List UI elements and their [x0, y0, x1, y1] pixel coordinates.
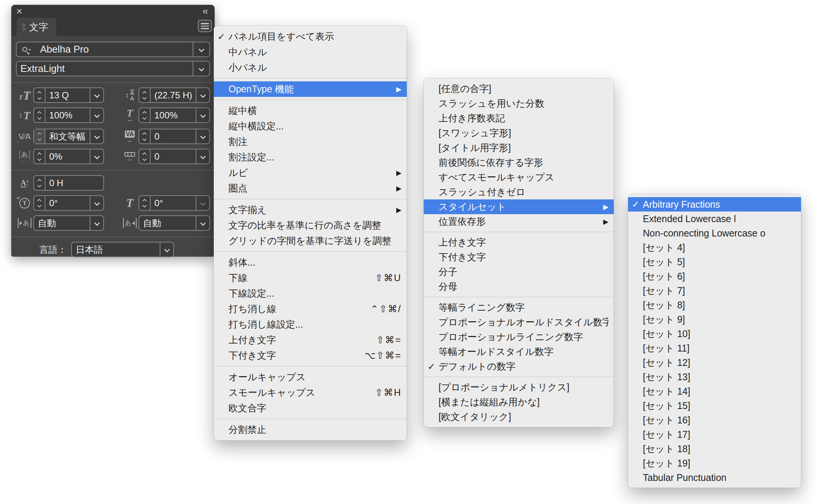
menu-item[interactable]: 中パネル	[214, 44, 407, 60]
chevron-down-icon[interactable]	[160, 243, 173, 257]
chevron-down-icon[interactable]	[90, 149, 103, 163]
font-size-stepper[interactable]	[34, 88, 45, 102]
vertical-scale-stepper[interactable]	[34, 108, 45, 122]
menu-item[interactable]: 文字揃え▶	[214, 202, 407, 218]
menu-item[interactable]: 割注設定...	[214, 149, 407, 165]
font-size-field[interactable]: 13 Q	[33, 87, 104, 103]
skew-stepper[interactable]	[139, 196, 151, 210]
menu-item[interactable]: 下付き文字⌥⇧⌘=	[214, 348, 407, 363]
menu-item[interactable]: 位置依存形▶	[424, 214, 614, 229]
menu-item[interactable]: 打ち消し線設定...	[214, 317, 407, 332]
horizontal-scale-field[interactable]: 100%	[138, 107, 210, 123]
menu-item[interactable]: 等幅オールドスタイル数字	[424, 344, 614, 359]
menu-item[interactable]: 欧文合字	[214, 400, 407, 416]
vertical-scale-field[interactable]: 100%	[33, 107, 104, 123]
language-field[interactable]: 日本語	[71, 242, 174, 257]
menu-item[interactable]: [セット 17]	[628, 427, 801, 442]
menu-item[interactable]: [セット 5]	[628, 255, 801, 269]
collapse-panel-icon[interactable]: «	[203, 5, 207, 17]
grid-tracking-field[interactable]: 0	[138, 149, 210, 164]
rotation-stepper[interactable]	[34, 196, 45, 210]
menu-item[interactable]: 圏点▶	[214, 180, 407, 196]
chevron-down-icon[interactable]	[196, 216, 209, 230]
menu-item[interactable]: [横または縦組み用かな]	[424, 395, 614, 409]
menu-item[interactable]: [セット 18]	[628, 442, 801, 456]
menu-item[interactable]: すべてスモールキャップス	[424, 170, 614, 185]
menu-item[interactable]: [セット 6]	[628, 269, 801, 283]
font-style-field[interactable]: ExtraLight	[16, 61, 210, 76]
menu-item[interactable]: 打ち消し線⌃⇧⌘/	[214, 301, 407, 317]
menu-item[interactable]: Extended Lowercase l	[628, 212, 801, 226]
menu-item[interactable]: [セット 15]	[628, 398, 801, 413]
menu-item[interactable]: スラッシュを用いた分数	[424, 96, 614, 111]
menu-item[interactable]: ✓Arbitrary Fractions	[628, 197, 801, 212]
menu-item[interactable]: 小パネル	[214, 60, 407, 75]
chevron-down-icon[interactable]	[196, 196, 209, 210]
chevron-down-icon[interactable]	[196, 129, 209, 143]
menu-item[interactable]: プロポーショナルオールドスタイル数字	[424, 315, 614, 330]
skew-field[interactable]: 0°	[138, 195, 210, 211]
menu-item[interactable]: 分子	[424, 264, 614, 279]
menu-item[interactable]: スラッシュ付きゼロ	[424, 185, 614, 199]
menu-item[interactable]: 上付き序数表記	[424, 111, 614, 126]
menu-item[interactable]: スモールキャップス⇧⌘H	[214, 385, 407, 400]
menu-item[interactable]: [プロポーショナルメトリクス]	[424, 380, 614, 395]
menu-item[interactable]: [セット 7]	[628, 283, 801, 298]
leading-field[interactable]: (22.75 H)	[138, 87, 210, 103]
chevron-down-icon[interactable]	[90, 216, 103, 230]
menu-item[interactable]: グリッドの字間を基準に字送りを調整	[214, 233, 407, 249]
menu-item[interactable]: 下付き文字	[424, 250, 614, 264]
aki-before-field[interactable]: 自動	[33, 215, 104, 231]
menu-item[interactable]: 下線⇧⌘U	[214, 270, 407, 286]
tsume-field[interactable]: 0%	[33, 149, 104, 164]
rotation-field[interactable]: 0°	[33, 195, 104, 211]
baseline-shift-stepper[interactable]	[34, 176, 45, 190]
chevron-down-icon[interactable]	[90, 88, 103, 102]
menu-item[interactable]: 斜体...	[214, 255, 407, 270]
menu-item[interactable]: オールキャップス	[214, 369, 407, 385]
grid-tracking-stepper[interactable]	[139, 149, 151, 163]
menu-item[interactable]: ルビ▶	[214, 165, 407, 180]
menu-item[interactable]: [タイトル用字形]	[424, 140, 614, 155]
chevron-down-icon[interactable]	[196, 108, 209, 122]
menu-item[interactable]: スタイルセット▶	[424, 199, 614, 214]
menu-item[interactable]: [セット 12]	[628, 355, 801, 370]
menu-item[interactable]: [セット 11]	[628, 341, 801, 355]
menu-item[interactable]: Tabular Punctuation	[628, 470, 801, 485]
menu-item[interactable]: [セット 4]	[628, 240, 801, 255]
menu-item[interactable]: [セット 13]	[628, 370, 801, 384]
kerning-stepper[interactable]	[34, 129, 45, 143]
chevron-down-icon[interactable]	[90, 129, 103, 143]
menu-item[interactable]: 等幅ライニング数字	[424, 300, 614, 315]
font-search-field[interactable]: Abelha Pro	[16, 42, 210, 57]
menu-item[interactable]: Non-connecting Lowercase o	[628, 226, 801, 240]
menu-item[interactable]: 縦中横	[214, 103, 407, 118]
menu-item[interactable]: 割注	[214, 134, 407, 149]
chevron-down-icon[interactable]	[90, 108, 103, 122]
tracking-field[interactable]: 0	[138, 129, 210, 144]
chevron-down-icon[interactable]	[196, 149, 209, 163]
menu-item[interactable]: [欧文イタリック]	[424, 409, 614, 424]
panel-menu-button[interactable]	[198, 20, 212, 32]
menu-item[interactable]: ✓パネル項目をすべて表示	[214, 29, 407, 44]
menu-item[interactable]: 分母	[424, 279, 614, 294]
tab-character[interactable]: ◇◇ 文字	[17, 18, 56, 36]
menu-item[interactable]: [セット 9]	[628, 312, 801, 327]
kerning-field[interactable]: 和文等幅	[33, 129, 104, 144]
menu-item[interactable]: ✓デフォルトの数字	[424, 359, 614, 374]
chevron-down-icon[interactable]	[196, 88, 209, 102]
close-icon[interactable]: ×	[16, 5, 22, 18]
horizontal-scale-stepper[interactable]	[139, 108, 151, 122]
menu-item[interactable]: 文字の比率を基準に行の高さを調整	[214, 218, 407, 233]
leading-stepper[interactable]	[139, 88, 151, 102]
menu-item[interactable]: [セット 8]	[628, 298, 801, 312]
menu-item[interactable]: 下線設定...	[214, 286, 407, 301]
menu-item[interactable]: プロポーショナルライニング数字	[424, 330, 614, 344]
menu-item[interactable]: [セット 10]	[628, 327, 801, 341]
baseline-shift-field[interactable]: 0 H	[33, 175, 104, 191]
menu-item[interactable]: [セット 16]	[628, 413, 801, 427]
menu-item[interactable]: 上付き文字⇧⌘=	[214, 332, 407, 348]
aki-after-field[interactable]: 自動	[138, 215, 210, 231]
chevron-down-icon[interactable]	[193, 62, 209, 76]
menu-item[interactable]: [セット 19]	[628, 456, 801, 470]
